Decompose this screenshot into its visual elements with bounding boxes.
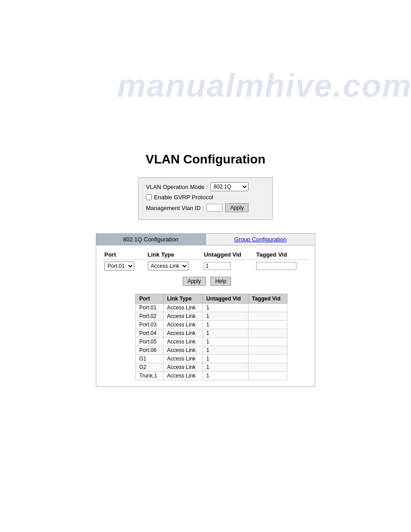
summary-cell-untagged_vid: 1 (202, 329, 248, 338)
port-select[interactable]: Port.01 Port.02 Port.03 Port.04 Port.05 … (104, 262, 134, 270)
tab-group-config[interactable]: Group Configuration (206, 233, 315, 245)
vlan-mode-row: VLAN Operation Mode : 802.1Q Port-based (146, 182, 265, 191)
summary-col-port: Port (136, 294, 163, 304)
summary-cell-port: Trunk.1 (136, 372, 163, 380)
config-section: Port Link Type Untagged Vid Tagged Vid P… (96, 245, 315, 387)
summary-cell-tagged_vid (248, 338, 287, 346)
col-tagged-vid-header: Tagged Vid (253, 250, 309, 260)
port-config-row: Port.01 Port.02 Port.03 Port.04 Port.05 … (102, 260, 309, 273)
top-config-box: VLAN Operation Mode : 802.1Q Port-based … (138, 177, 273, 220)
tagged-vid-input[interactable] (256, 262, 296, 270)
summary-cell-link_type: Access Link (163, 372, 203, 380)
tagged-vid-cell (253, 260, 309, 273)
summary-cell-tagged_vid (248, 312, 287, 321)
col-port-header: Port (102, 250, 145, 260)
summary-cell-link_type: Access Link (163, 329, 203, 338)
summary-cell-untagged_vid: 1 (202, 372, 248, 380)
summary-row: Trunk.1Access Link1 (136, 372, 287, 380)
mgmt-vlan-label: Management Vlan ID : (146, 205, 204, 211)
summary-cell-port: Port.04 (136, 329, 163, 338)
top-apply-button[interactable]: Apply (225, 203, 248, 212)
gvrp-row: Enable GVRP Protocol (146, 194, 265, 201)
summary-cell-tagged_vid (248, 355, 287, 363)
summary-col-untagged-vid: Untagged Vid (202, 294, 248, 304)
summary-cell-port: Port.03 (136, 321, 163, 329)
summary-cell-untagged_vid: 1 (202, 312, 248, 321)
vlan-mode-select[interactable]: 802.1Q Port-based (210, 182, 248, 191)
link-type-select[interactable]: Access Link Trunk Link Hybrid (148, 262, 188, 270)
col-untagged-vid-header: Untagged Vid (201, 250, 253, 260)
summary-cell-tagged_vid (248, 372, 287, 380)
summary-row: Port.06Access Link1 (136, 346, 287, 355)
summary-cell-link_type: Access Link (163, 304, 203, 312)
summary-cell-link_type: Access Link (163, 338, 203, 346)
port-select-cell: Port.01 Port.02 Port.03 Port.04 Port.05 … (102, 260, 145, 273)
tabs-row: 802.1Q Configuration Group Configuration (96, 233, 315, 245)
summary-cell-tagged_vid (248, 321, 287, 329)
link-type-select-cell: Access Link Trunk Link Hybrid (145, 260, 201, 273)
page-wrapper: manualmhive.com VLAN Configuration VLAN … (0, 0, 411, 532)
summary-row: Port.04Access Link1 (136, 329, 287, 338)
summary-cell-untagged_vid: 1 (202, 321, 248, 329)
summary-row: Port.05Access Link1 (136, 338, 287, 346)
page-title: VLAN Configuration (146, 152, 265, 167)
summary-cell-port: Port.01 (136, 304, 163, 312)
summary-cell-untagged_vid: 1 (202, 363, 248, 372)
summary-col-link-type: Link Type (163, 294, 203, 304)
summary-cell-untagged_vid: 1 (202, 355, 248, 363)
summary-row: Port.02Access Link1 (136, 312, 287, 321)
summary-cell-untagged_vid: 1 (202, 346, 248, 355)
summary-row: G2Access Link1 (136, 363, 287, 372)
vlan-mode-label: VLAN Operation Mode : (146, 184, 208, 190)
action-buttons: Apply Help (102, 277, 309, 286)
mgmt-vlan-input[interactable]: 0 (206, 204, 223, 212)
summary-cell-port: Port.05 (136, 338, 163, 346)
summary-cell-link_type: Access Link (163, 346, 203, 355)
summary-wrapper: Port Link Type Untagged Vid Tagged Vid P… (102, 289, 321, 380)
summary-cell-untagged_vid: 1 (202, 304, 248, 312)
summary-row: Port.03Access Link1 (136, 321, 287, 329)
summary-cell-link_type: Access Link (163, 312, 203, 321)
summary-cell-port: G2 (136, 363, 163, 372)
help-button[interactable]: Help (210, 277, 231, 286)
port-config-table: Port Link Type Untagged Vid Tagged Vid P… (102, 250, 309, 272)
summary-row: G1Access Link1 (136, 355, 287, 363)
summary-cell-link_type: Access Link (163, 321, 203, 329)
summary-cell-tagged_vid (248, 346, 287, 355)
gvrp-label: Enable GVRP Protocol (154, 194, 213, 201)
summary-cell-link_type: Access Link (163, 363, 203, 372)
summary-cell-untagged_vid: 1 (202, 338, 248, 346)
summary-row: Port.01Access Link1 (136, 304, 287, 312)
summary-cell-port: Port.02 (136, 312, 163, 321)
summary-cell-tagged_vid (248, 329, 287, 338)
summary-cell-port: Port.06 (136, 346, 163, 355)
summary-table: Port Link Type Untagged Vid Tagged Vid P… (135, 294, 287, 380)
untagged-vid-input[interactable] (204, 262, 231, 270)
gvrp-checkbox[interactable] (146, 194, 152, 200)
apply-button[interactable]: Apply (183, 277, 206, 286)
summary-cell-link_type: Access Link (163, 355, 203, 363)
summary-cell-port: G1 (136, 355, 163, 363)
summary-cell-tagged_vid (248, 363, 287, 372)
untagged-vid-cell (201, 260, 253, 273)
summary-col-tagged-vid: Tagged Vid (248, 294, 287, 304)
summary-cell-tagged_vid (248, 304, 287, 312)
mgmt-vlan-row: Management Vlan ID : 0 Apply (146, 203, 265, 212)
watermark: manualmhive.com (117, 67, 411, 104)
col-link-type-header: Link Type (145, 250, 201, 260)
tab-802-1q[interactable]: 802.1Q Configuration (96, 233, 206, 245)
